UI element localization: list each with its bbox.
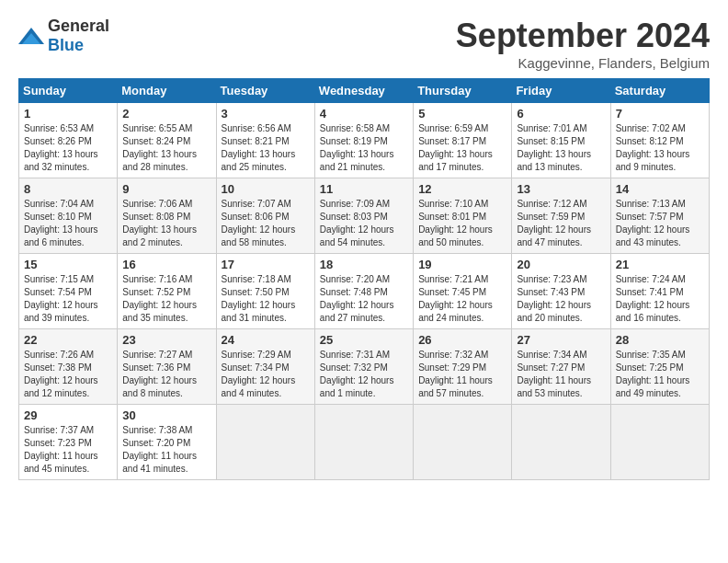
header-monday: Monday xyxy=(118,79,216,103)
table-row: 25Sunrise: 7:31 AMSunset: 7:32 PMDayligh… xyxy=(314,329,413,405)
table-row: 1Sunrise: 6:53 AMSunset: 8:26 PMDaylight… xyxy=(19,103,118,178)
table-row xyxy=(414,405,512,480)
table-row: 7Sunrise: 7:02 AMSunset: 8:12 PMDaylight… xyxy=(610,103,709,178)
header-tuesday: Tuesday xyxy=(216,79,314,103)
table-row: 27Sunrise: 7:34 AMSunset: 7:27 PMDayligh… xyxy=(512,329,610,405)
table-row: 30Sunrise: 7:38 AMSunset: 7:20 PMDayligh… xyxy=(118,405,216,480)
table-row: 14Sunrise: 7:13 AMSunset: 7:57 PMDayligh… xyxy=(610,178,709,254)
table-row: 29Sunrise: 7:37 AMSunset: 7:23 PMDayligh… xyxy=(19,405,118,480)
table-row: 10Sunrise: 7:07 AMSunset: 8:06 PMDayligh… xyxy=(216,178,314,254)
table-row: 19Sunrise: 7:21 AMSunset: 7:45 PMDayligh… xyxy=(414,254,512,329)
table-row: 6Sunrise: 7:01 AMSunset: 8:15 PMDaylight… xyxy=(512,103,610,178)
month-title: September 2024 xyxy=(456,17,710,55)
header-sunday: Sunday xyxy=(19,79,118,103)
calendar-table: Sunday Monday Tuesday Wednesday Thursday… xyxy=(18,78,710,480)
table-row: 21Sunrise: 7:24 AMSunset: 7:41 PMDayligh… xyxy=(610,254,709,329)
header: General Blue September 2024 Kaggevinne, … xyxy=(18,17,710,71)
table-row xyxy=(314,405,413,480)
logo-icon xyxy=(18,26,44,46)
header-thursday: Thursday xyxy=(414,79,512,103)
table-row: 15Sunrise: 7:15 AMSunset: 7:54 PMDayligh… xyxy=(19,254,118,329)
table-row: 11Sunrise: 7:09 AMSunset: 8:03 PMDayligh… xyxy=(314,178,413,254)
table-row: 2Sunrise: 6:55 AMSunset: 8:24 PMDaylight… xyxy=(118,103,216,178)
table-row: 8Sunrise: 7:04 AMSunset: 8:10 PMDaylight… xyxy=(19,178,118,254)
table-row: 5Sunrise: 6:59 AMSunset: 8:17 PMDaylight… xyxy=(414,103,512,178)
logo-text: General Blue xyxy=(48,17,109,55)
table-row: 12Sunrise: 7:10 AMSunset: 8:01 PMDayligh… xyxy=(414,178,512,254)
table-row xyxy=(512,405,610,480)
table-row: 22Sunrise: 7:26 AMSunset: 7:38 PMDayligh… xyxy=(19,329,118,405)
table-row xyxy=(610,405,709,480)
logo: General Blue xyxy=(18,17,109,55)
header-friday: Friday xyxy=(512,79,610,103)
header-saturday: Saturday xyxy=(610,79,709,103)
header-wednesday: Wednesday xyxy=(314,79,413,103)
table-row: 4Sunrise: 6:58 AMSunset: 8:19 PMDaylight… xyxy=(314,103,413,178)
logo-general: General xyxy=(48,17,109,35)
table-row: 23Sunrise: 7:27 AMSunset: 7:36 PMDayligh… xyxy=(118,329,216,405)
table-row: 18Sunrise: 7:20 AMSunset: 7:48 PMDayligh… xyxy=(314,254,413,329)
page: General Blue September 2024 Kaggevinne, … xyxy=(0,0,728,489)
table-row: 24Sunrise: 7:29 AMSunset: 7:34 PMDayligh… xyxy=(216,329,314,405)
logo-blue: Blue xyxy=(48,36,84,54)
table-row: 28Sunrise: 7:35 AMSunset: 7:25 PMDayligh… xyxy=(610,329,709,405)
table-row: 16Sunrise: 7:16 AMSunset: 7:52 PMDayligh… xyxy=(118,254,216,329)
table-row: 26Sunrise: 7:32 AMSunset: 7:29 PMDayligh… xyxy=(414,329,512,405)
title-area: September 2024 Kaggevinne, Flanders, Bel… xyxy=(456,17,710,71)
table-row: 13Sunrise: 7:12 AMSunset: 7:59 PMDayligh… xyxy=(512,178,610,254)
table-row: 9Sunrise: 7:06 AMSunset: 8:08 PMDaylight… xyxy=(118,178,216,254)
weekday-header-row: Sunday Monday Tuesday Wednesday Thursday… xyxy=(19,79,710,103)
location-title: Kaggevinne, Flanders, Belgium xyxy=(456,55,710,71)
table-row xyxy=(216,405,314,480)
table-row: 3Sunrise: 6:56 AMSunset: 8:21 PMDaylight… xyxy=(216,103,314,178)
table-row: 17Sunrise: 7:18 AMSunset: 7:50 PMDayligh… xyxy=(216,254,314,329)
table-row: 20Sunrise: 7:23 AMSunset: 7:43 PMDayligh… xyxy=(512,254,610,329)
